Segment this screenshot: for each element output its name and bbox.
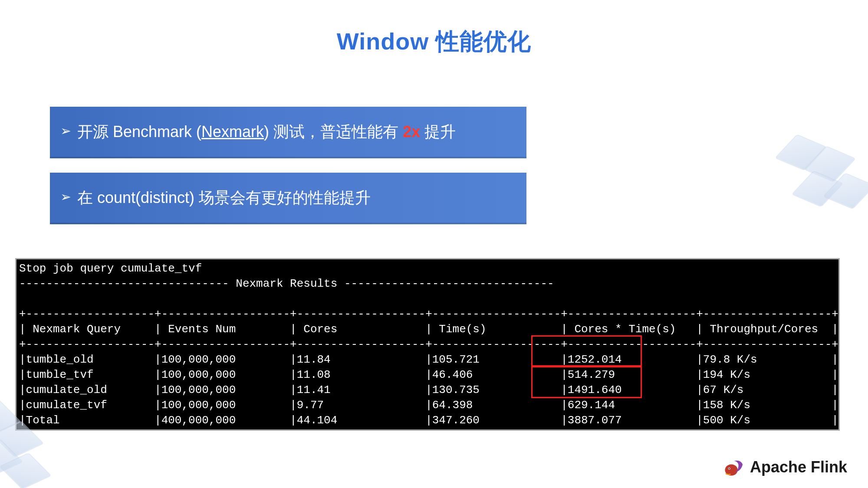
bullet-count-distinct: ➢ 在 count(distinct) 场景会有更好的性能提升 bbox=[50, 173, 526, 224]
slide-title: Window 性能优化 bbox=[0, 26, 868, 58]
terminal-line: Stop job query cumulate_tvf bbox=[19, 262, 202, 275]
highlight-box bbox=[531, 366, 642, 398]
terminal-line: +-------------------+-------------------… bbox=[19, 338, 838, 351]
decorative-cubes bbox=[772, 112, 868, 236]
terminal-line: ------------------------------- Nexmark … bbox=[19, 277, 554, 290]
highlight-box bbox=[531, 335, 642, 367]
bullet-text: 在 count(distinct) 场景会有更好的性能提升 bbox=[77, 188, 371, 207]
svg-point-2 bbox=[729, 468, 730, 469]
squirrel-icon bbox=[722, 456, 745, 478]
table-row: |tumble_tvf |100,000,000 |11.08 |46.406 … bbox=[19, 368, 838, 381]
nexmark-link[interactable]: Nexmark bbox=[201, 123, 264, 141]
table-row: |tumble_old |100,000,000 |11.84 |105.721… bbox=[19, 353, 838, 366]
terminal-line: +-------------------+-------------------… bbox=[19, 429, 838, 431]
chevron-right-icon: ➢ bbox=[60, 189, 71, 205]
table-row: |cumulate_old |100,000,000 |11.41 |130.7… bbox=[19, 383, 838, 396]
table-row: |cumulate_tvf |100,000,000 |9.77 |64.398… bbox=[19, 399, 838, 412]
slide: Window 性能优化 ➢ 开源 Benchmark (Nexmark) 测试，… bbox=[0, 0, 868, 488]
bullet-benchmark: ➢ 开源 Benchmark (Nexmark) 测试，普适性能有 2x 提升 bbox=[50, 107, 526, 158]
chevron-right-icon: ➢ bbox=[60, 123, 71, 139]
terminal-output: Stop job query cumulate_tvf ------------… bbox=[15, 258, 840, 431]
logo-text: Apache Flink bbox=[750, 458, 847, 476]
speedup-badge: 2x bbox=[403, 123, 420, 141]
table-row: |Total |400,000,000 |44.104 |347.260 |38… bbox=[19, 414, 838, 427]
apache-flink-logo: Apache Flink bbox=[722, 456, 847, 478]
terminal-line: +-------------------+-------------------… bbox=[19, 308, 838, 321]
bullet-text: 开源 Benchmark (Nexmark) 测试，普适性能有 2x 提升 bbox=[77, 122, 456, 141]
terminal-header: | Nexmark Query | Events Num | Cores | T… bbox=[19, 323, 838, 336]
